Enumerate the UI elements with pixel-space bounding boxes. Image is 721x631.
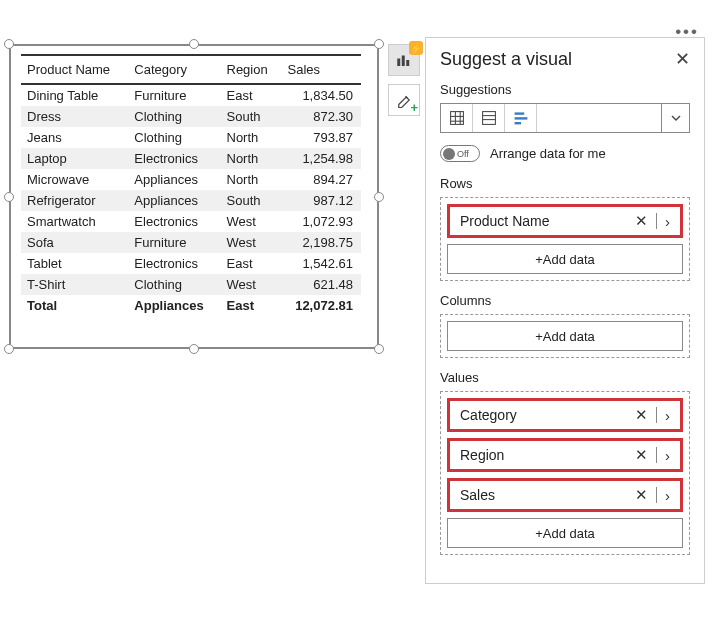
svg-rect-2: [402, 56, 405, 67]
suggestion-bar-icon[interactable]: [505, 104, 537, 132]
field-pill[interactable]: Product Name✕›: [447, 204, 683, 238]
table-row: RefrigeratorAppliancesSouth987.12: [21, 190, 361, 211]
resize-handle[interactable]: [4, 344, 14, 354]
field-name: Product Name: [460, 213, 631, 229]
svg-rect-4: [450, 112, 463, 125]
resize-handle[interactable]: [4, 192, 14, 202]
col-header[interactable]: Sales: [282, 55, 361, 84]
suggestions-picker: [440, 103, 690, 133]
values-well[interactable]: Category✕›Region✕›Sales✕›+Add data: [440, 391, 690, 555]
table-row: T-ShirtClothingWest621.48: [21, 274, 361, 295]
suggestions-label: Suggestions: [440, 82, 690, 97]
resize-handle[interactable]: [374, 344, 384, 354]
field-name: Sales: [460, 487, 631, 503]
lightning-badge-icon: ⚡: [409, 41, 423, 55]
rows-well[interactable]: Product Name✕›+Add data: [440, 197, 690, 281]
resize-handle[interactable]: [4, 39, 14, 49]
suggestion-table-icon[interactable]: [473, 104, 505, 132]
field-menu-icon[interactable]: ›: [661, 213, 674, 230]
svg-rect-14: [514, 122, 520, 124]
rows-label: Rows: [440, 176, 690, 191]
table-row: Dining TableFurnitureEast1,834.50: [21, 84, 361, 106]
columns-well[interactable]: +Add data: [440, 314, 690, 358]
svg-rect-12: [514, 112, 524, 114]
table-row: DressClothingSouth872.30: [21, 106, 361, 127]
table-row: JeansClothingNorth793.87: [21, 127, 361, 148]
close-icon[interactable]: ✕: [675, 48, 690, 70]
field-name: Category: [460, 407, 631, 423]
arrange-toggle[interactable]: Off: [440, 145, 480, 162]
suggest-visual-tab-icon[interactable]: ⚡: [388, 44, 420, 76]
field-pill[interactable]: Sales✕›: [447, 478, 683, 512]
table-row: TabletElectronicsEast1,542.61: [21, 253, 361, 274]
table-total-row: TotalAppliancesEast12,072.81: [21, 295, 361, 316]
suggestion-matrix-icon[interactable]: [441, 104, 473, 132]
remove-field-icon[interactable]: ✕: [631, 212, 652, 230]
add-data-button[interactable]: +Add data: [447, 321, 683, 351]
table-row: MicrowaveAppliancesNorth894.27: [21, 169, 361, 190]
pane-title: Suggest a visual: [440, 49, 572, 70]
table-row: SmartwatchElectronicsWest1,072.93: [21, 211, 361, 232]
remove-field-icon[interactable]: ✕: [631, 446, 652, 464]
svg-rect-1: [397, 59, 400, 67]
col-header[interactable]: Product Name: [21, 55, 128, 84]
toggle-state: Off: [457, 149, 469, 159]
col-header[interactable]: Category: [128, 55, 220, 84]
resize-handle[interactable]: [189, 39, 199, 49]
add-data-button[interactable]: +Add data: [447, 244, 683, 274]
svg-rect-13: [514, 117, 527, 119]
svg-rect-3: [406, 60, 409, 66]
arrange-label: Arrange data for me: [490, 146, 606, 161]
resize-handle[interactable]: [374, 39, 384, 49]
resize-handle[interactable]: [189, 344, 199, 354]
field-menu-icon[interactable]: ›: [661, 407, 674, 424]
field-menu-icon[interactable]: ›: [661, 487, 674, 504]
table-row: LaptopElectronicsNorth1,254.98: [21, 148, 361, 169]
data-table: Product Name Category Region Sales Dinin…: [21, 54, 361, 316]
field-pill[interactable]: Region✕›: [447, 438, 683, 472]
suggest-visual-pane: Suggest a visual ✕ Suggestions Off Arran…: [425, 37, 705, 584]
add-data-button[interactable]: +Add data: [447, 518, 683, 548]
columns-label: Columns: [440, 293, 690, 308]
values-label: Values: [440, 370, 690, 385]
resize-handle[interactable]: [374, 192, 384, 202]
col-header[interactable]: Region: [221, 55, 282, 84]
remove-field-icon[interactable]: ✕: [631, 406, 652, 424]
field-name: Region: [460, 447, 631, 463]
format-tab-icon[interactable]: +: [388, 84, 420, 116]
remove-field-icon[interactable]: ✕: [631, 486, 652, 504]
table-visual[interactable]: Product Name Category Region Sales Dinin…: [9, 44, 379, 349]
svg-rect-9: [482, 112, 495, 125]
field-pill[interactable]: Category✕›: [447, 398, 683, 432]
field-menu-icon[interactable]: ›: [661, 447, 674, 464]
table-row: SofaFurnitureWest2,198.75: [21, 232, 361, 253]
suggestion-more-dropdown[interactable]: [661, 104, 689, 132]
